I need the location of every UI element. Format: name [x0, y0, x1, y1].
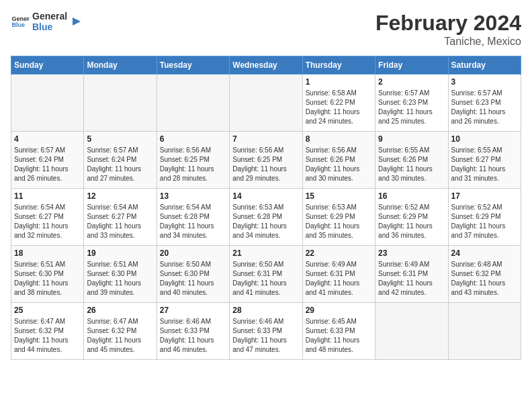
day-number: 21 [232, 248, 299, 258]
day-info: Sunrise: 6:50 AM Sunset: 6:30 PM Dayligh… [160, 260, 226, 298]
day-number: 10 [451, 134, 518, 144]
calendar-cell: 21Sunrise: 6:50 AM Sunset: 6:31 PM Dayli… [230, 246, 302, 303]
calendar-cell [230, 75, 302, 132]
day-number: 13 [160, 191, 226, 201]
svg-marker-3 [73, 17, 81, 26]
day-info: Sunrise: 6:49 AM Sunset: 6:31 PM Dayligh… [306, 260, 372, 298]
calendar-cell [375, 303, 448, 360]
calendar-header-saturday: Saturday [448, 56, 521, 75]
calendar-cell [84, 75, 157, 132]
day-number: 14 [232, 191, 299, 201]
day-number: 26 [87, 306, 153, 315]
week-row-5: 25Sunrise: 6:47 AM Sunset: 6:32 PM Dayli… [11, 303, 521, 360]
calendar-cell: 3Sunrise: 6:57 AM Sunset: 6:23 PM Daylig… [448, 75, 521, 132]
day-info: Sunrise: 6:52 AM Sunset: 6:29 PM Dayligh… [451, 203, 518, 240]
calendar-cell: 20Sunrise: 6:50 AM Sunset: 6:30 PM Dayli… [157, 246, 229, 303]
calendar-cell: 15Sunrise: 6:53 AM Sunset: 6:29 PM Dayli… [302, 189, 375, 246]
day-info: Sunrise: 6:58 AM Sunset: 6:22 PM Dayligh… [306, 89, 372, 126]
calendar-cell: 7Sunrise: 6:56 AM Sunset: 6:25 PM Daylig… [230, 132, 302, 189]
title-block: February 2024 Taniche, Mexico [375, 11, 521, 48]
calendar-cell: 12Sunrise: 6:54 AM Sunset: 6:27 PM Dayli… [84, 189, 157, 246]
calendar-cell: 13Sunrise: 6:54 AM Sunset: 6:28 PM Dayli… [157, 189, 229, 246]
day-info: Sunrise: 6:57 AM Sunset: 6:23 PM Dayligh… [451, 89, 518, 126]
day-number: 16 [378, 191, 445, 201]
calendar-cell: 10Sunrise: 6:55 AM Sunset: 6:27 PM Dayli… [448, 132, 521, 189]
week-row-2: 4Sunrise: 6:57 AM Sunset: 6:24 PM Daylig… [11, 132, 521, 189]
day-info: Sunrise: 6:51 AM Sunset: 6:30 PM Dayligh… [14, 260, 81, 298]
calendar-cell [11, 75, 84, 132]
day-info: Sunrise: 6:49 AM Sunset: 6:31 PM Dayligh… [378, 260, 445, 298]
calendar-cell: 24Sunrise: 6:48 AM Sunset: 6:32 PM Dayli… [448, 246, 521, 303]
calendar-cell: 19Sunrise: 6:51 AM Sunset: 6:30 PM Dayli… [84, 246, 157, 303]
calendar-header-monday: Monday [84, 56, 157, 75]
calendar-cell: 29Sunrise: 6:45 AM Sunset: 6:33 PM Dayli… [302, 303, 375, 360]
calendar-cell: 28Sunrise: 6:46 AM Sunset: 6:33 PM Dayli… [230, 303, 302, 360]
calendar-cell: 14Sunrise: 6:53 AM Sunset: 6:28 PM Dayli… [230, 189, 302, 246]
day-info: Sunrise: 6:54 AM Sunset: 6:28 PM Dayligh… [160, 203, 226, 240]
day-number: 17 [451, 191, 518, 201]
calendar-cell [448, 303, 521, 360]
calendar-header-sunday: Sunday [11, 56, 84, 75]
day-info: Sunrise: 6:53 AM Sunset: 6:29 PM Dayligh… [306, 203, 372, 240]
day-number: 20 [160, 248, 226, 258]
calendar-cell: 25Sunrise: 6:47 AM Sunset: 6:32 PM Dayli… [11, 303, 84, 360]
calendar-cell: 17Sunrise: 6:52 AM Sunset: 6:29 PM Dayli… [448, 189, 521, 246]
logo: General Blue General Blue [11, 11, 83, 32]
calendar-cell: 6Sunrise: 6:56 AM Sunset: 6:25 PM Daylig… [157, 132, 229, 189]
day-info: Sunrise: 6:47 AM Sunset: 6:32 PM Dayligh… [14, 317, 81, 355]
page-header: General Blue General Blue February 2024 … [11, 11, 521, 48]
day-number: 23 [378, 248, 445, 258]
day-info: Sunrise: 6:56 AM Sunset: 6:25 PM Dayligh… [232, 146, 299, 183]
day-info: Sunrise: 6:47 AM Sunset: 6:32 PM Dayligh… [87, 317, 153, 355]
day-number: 7 [232, 134, 299, 144]
calendar-cell: 4Sunrise: 6:57 AM Sunset: 6:24 PM Daylig… [11, 132, 84, 189]
day-info: Sunrise: 6:54 AM Sunset: 6:27 PM Dayligh… [14, 203, 81, 240]
day-number: 6 [160, 134, 226, 144]
day-number: 9 [378, 134, 445, 144]
calendar-cell: 9Sunrise: 6:55 AM Sunset: 6:26 PM Daylig… [375, 132, 448, 189]
week-row-3: 11Sunrise: 6:54 AM Sunset: 6:27 PM Dayli… [11, 189, 521, 246]
calendar-header-wednesday: Wednesday [230, 56, 302, 75]
calendar-header-tuesday: Tuesday [157, 56, 229, 75]
calendar-header-thursday: Thursday [302, 56, 375, 75]
day-number: 12 [87, 191, 153, 201]
calendar-body: 1Sunrise: 6:58 AM Sunset: 6:22 PM Daylig… [11, 75, 521, 360]
calendar-cell: 5Sunrise: 6:57 AM Sunset: 6:24 PM Daylig… [84, 132, 157, 189]
day-info: Sunrise: 6:57 AM Sunset: 6:23 PM Dayligh… [378, 89, 445, 126]
day-number: 4 [14, 134, 81, 144]
calendar-cell: 27Sunrise: 6:46 AM Sunset: 6:33 PM Dayli… [157, 303, 229, 360]
week-row-4: 18Sunrise: 6:51 AM Sunset: 6:30 PM Dayli… [11, 246, 521, 303]
day-number: 1 [306, 77, 372, 87]
day-number: 22 [306, 248, 372, 258]
calendar-cell: 23Sunrise: 6:49 AM Sunset: 6:31 PM Dayli… [375, 246, 448, 303]
day-number: 29 [306, 306, 372, 315]
logo-icon: General Blue [11, 12, 30, 31]
day-info: Sunrise: 6:48 AM Sunset: 6:32 PM Dayligh… [451, 260, 518, 298]
day-number: 11 [14, 191, 81, 201]
day-number: 28 [232, 306, 299, 315]
day-number: 8 [306, 134, 372, 144]
calendar-header-friday: Friday [375, 56, 448, 75]
calendar-cell: 18Sunrise: 6:51 AM Sunset: 6:30 PM Dayli… [11, 246, 84, 303]
day-info: Sunrise: 6:56 AM Sunset: 6:26 PM Dayligh… [306, 146, 372, 183]
calendar-cell [157, 75, 229, 132]
calendar-header-row: SundayMondayTuesdayWednesdayThursdayFrid… [11, 56, 521, 75]
day-number: 15 [306, 191, 372, 201]
day-number: 25 [14, 306, 81, 315]
calendar-cell: 16Sunrise: 6:52 AM Sunset: 6:29 PM Dayli… [375, 189, 448, 246]
day-info: Sunrise: 6:46 AM Sunset: 6:33 PM Dayligh… [232, 317, 299, 355]
day-info: Sunrise: 6:51 AM Sunset: 6:30 PM Dayligh… [87, 260, 153, 298]
day-number: 3 [451, 77, 518, 87]
day-number: 27 [160, 306, 226, 315]
day-info: Sunrise: 6:55 AM Sunset: 6:27 PM Dayligh… [451, 146, 518, 183]
day-info: Sunrise: 6:55 AM Sunset: 6:26 PM Dayligh… [378, 146, 445, 183]
day-info: Sunrise: 6:53 AM Sunset: 6:28 PM Dayligh… [232, 203, 299, 240]
day-info: Sunrise: 6:46 AM Sunset: 6:33 PM Dayligh… [160, 317, 226, 355]
calendar-cell: 22Sunrise: 6:49 AM Sunset: 6:31 PM Dayli… [302, 246, 375, 303]
calendar-cell: 1Sunrise: 6:58 AM Sunset: 6:22 PM Daylig… [302, 75, 375, 132]
calendar-table: SundayMondayTuesdayWednesdayThursdayFrid… [11, 56, 521, 360]
calendar-cell: 11Sunrise: 6:54 AM Sunset: 6:27 PM Dayli… [11, 189, 84, 246]
day-info: Sunrise: 6:57 AM Sunset: 6:24 PM Dayligh… [87, 146, 153, 183]
calendar-cell: 8Sunrise: 6:56 AM Sunset: 6:26 PM Daylig… [302, 132, 375, 189]
calendar-subtitle: Taniche, Mexico [375, 36, 521, 48]
